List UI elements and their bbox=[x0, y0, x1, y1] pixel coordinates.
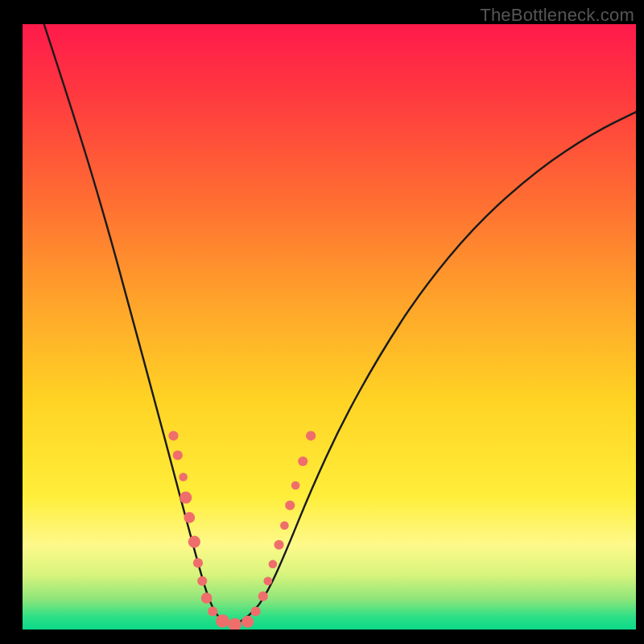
gradient-background bbox=[23, 24, 636, 630]
chart-svg bbox=[23, 24, 636, 630]
chart-container: TheBottleneck.com bbox=[0, 0, 644, 644]
data-point bbox=[298, 456, 308, 466]
data-point bbox=[280, 521, 289, 530]
plot-frame bbox=[23, 24, 636, 630]
data-point bbox=[291, 481, 300, 490]
data-point bbox=[263, 577, 272, 586]
data-point bbox=[208, 606, 217, 616]
data-point bbox=[173, 450, 183, 460]
data-point bbox=[306, 431, 316, 440]
data-point bbox=[179, 473, 188, 481]
data-point bbox=[184, 512, 195, 523]
data-point bbox=[242, 616, 254, 628]
data-point bbox=[216, 614, 229, 628]
data-point bbox=[269, 560, 278, 569]
data-point bbox=[274, 540, 283, 550]
data-point bbox=[168, 431, 178, 440]
watermark-text: TheBottleneck.com bbox=[480, 5, 634, 26]
data-point bbox=[188, 535, 200, 547]
data-point bbox=[285, 501, 295, 510]
data-point bbox=[258, 592, 268, 601]
data-point bbox=[197, 576, 207, 586]
data-point bbox=[180, 492, 192, 504]
data-point bbox=[250, 606, 260, 616]
data-point bbox=[193, 558, 203, 568]
plot-area bbox=[23, 24, 636, 630]
data-point bbox=[201, 592, 213, 604]
